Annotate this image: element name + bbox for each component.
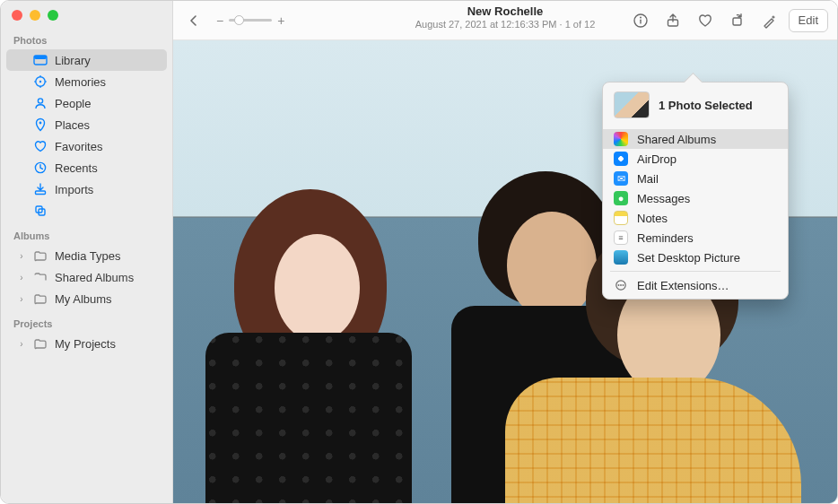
main-row: Photos Library Memories Pe <box>1 1 837 503</box>
share-option-label: Notes <box>637 212 668 225</box>
share-option-messages[interactable]: ● Messages <box>603 188 788 208</box>
sidebar-section-albums: Albums <box>1 222 172 245</box>
library-icon <box>33 53 48 67</box>
share-option-label: Reminders <box>637 231 694 245</box>
sidebar-item-favorites[interactable]: Favorites <box>6 135 167 157</box>
sidebar-item-label: Places <box>55 118 158 132</box>
chevron-right-icon[interactable]: › <box>17 251 26 261</box>
sidebar-item-label: Imports <box>55 183 158 196</box>
recents-icon <box>33 161 48 175</box>
share-options-list: Shared Albums AirDrop ✉ Mail ● Messag <box>603 127 788 299</box>
share-option-notes[interactable]: Notes <box>603 208 788 228</box>
sidebar-item-label: Library <box>55 54 158 67</box>
sidebar-item-media-types[interactable]: › Media Types <box>6 245 167 266</box>
photos-app-window: Photos Library Memories Pe <box>0 0 838 504</box>
airdrop-icon <box>614 152 628 166</box>
sidebar-item-label: Shared Albums <box>55 271 158 284</box>
notes-icon <box>614 211 628 225</box>
favorites-icon <box>33 139 48 153</box>
close-window-button[interactable] <box>12 10 22 21</box>
sidebar-item-label: My Albums <box>55 292 158 306</box>
sidebar-item-label: People <box>55 97 158 110</box>
share-option-label: Edit Extensions… <box>637 279 729 292</box>
sidebar-item-label: Favorites <box>55 140 158 153</box>
chevron-right-icon[interactable]: › <box>17 273 26 282</box>
mail-icon: ✉ <box>614 171 628 186</box>
sidebar-section-projects: Projects <box>1 309 172 333</box>
svg-point-20 <box>618 284 620 286</box>
share-option-label: Set Desktop Picture <box>637 251 740 265</box>
sidebar-item-recents[interactable]: Recents <box>6 157 167 178</box>
svg-rect-11 <box>36 191 46 195</box>
reminders-icon: ≡ <box>614 230 628 245</box>
sidebar-item-library[interactable]: Library <box>6 49 167 71</box>
edit-button[interactable]: Edit <box>789 9 828 32</box>
share-option-label: Messages <box>637 192 690 205</box>
extensions-icon <box>614 278 628 292</box>
zoom-slider-knob[interactable] <box>234 15 244 25</box>
people-icon <box>33 96 48 110</box>
sidebar-item-people[interactable]: People <box>6 92 167 114</box>
share-option-label: AirDrop <box>637 152 677 166</box>
sidebar-item-my-projects[interactable]: › My Projects <box>6 333 167 354</box>
folder-icon <box>33 248 48 263</box>
folder-icon <box>33 291 48 306</box>
back-button[interactable] <box>180 9 207 32</box>
toolbar: − + New Rochelle August 27, 2021 at 12:1… <box>173 1 837 40</box>
minimize-window-button[interactable] <box>30 10 40 21</box>
share-option-mail[interactable]: ✉ Mail <box>603 169 788 188</box>
zoom-out-button[interactable]: − <box>216 13 223 28</box>
sidebar-item-label: Recents <box>55 161 158 175</box>
share-option-edit-extensions[interactable]: Edit Extensions… <box>603 275 788 295</box>
zoom-in-button[interactable]: + <box>277 13 284 28</box>
rotate-button[interactable] <box>724 9 751 32</box>
sidebar-item-my-albums[interactable]: › My Albums <box>6 288 167 309</box>
duplicates-icon <box>33 204 48 218</box>
auto-enhance-button[interactable] <box>756 9 783 32</box>
content-area: − + New Rochelle August 27, 2021 at 12:1… <box>173 1 837 503</box>
sidebar-item-imports[interactable]: Imports <box>6 178 167 200</box>
zoom-slider[interactable] <box>229 19 272 22</box>
share-option-airdrop[interactable]: AirDrop <box>603 149 788 169</box>
svg-point-22 <box>623 284 624 286</box>
chevron-right-icon[interactable]: › <box>17 294 26 304</box>
svg-point-8 <box>38 99 42 103</box>
svg-point-9 <box>39 122 42 125</box>
imports-icon <box>33 182 48 196</box>
photo-viewport[interactable]: 1 Photo Selected Shared Albums AirDrop ✉ <box>173 40 837 503</box>
share-option-reminders[interactable]: ≡ Reminders <box>603 228 788 248</box>
window-controls <box>1 1 172 26</box>
chevron-right-icon[interactable]: › <box>17 339 26 349</box>
sidebar-item-duplicates[interactable] <box>6 200 167 222</box>
share-popover-header: 1 Photo Selected <box>603 83 788 127</box>
share-summary: 1 Photo Selected <box>659 99 753 112</box>
share-option-shared-albums[interactable]: Shared Albums <box>603 129 788 149</box>
favorite-button[interactable] <box>692 9 719 32</box>
desktop-icon <box>614 250 628 265</box>
sidebar-item-places[interactable]: Places <box>6 114 167 135</box>
sidebar: Photos Library Memories Pe <box>1 1 173 503</box>
sidebar-item-shared-albums[interactable]: › Shared Albums <box>6 266 167 288</box>
divider <box>610 271 781 272</box>
sidebar-item-label: My Projects <box>55 337 158 351</box>
svg-point-15 <box>640 16 642 18</box>
shared-albums-icon <box>614 132 628 146</box>
places-icon <box>33 117 48 132</box>
messages-icon: ● <box>614 191 628 205</box>
folder-icon <box>33 270 48 284</box>
info-button[interactable] <box>627 9 654 32</box>
share-thumbnail <box>614 91 650 118</box>
share-option-label: Mail <box>637 172 659 186</box>
sidebar-item-memories[interactable]: Memories <box>6 71 167 92</box>
svg-rect-1 <box>34 56 47 59</box>
zoom-window-button[interactable] <box>48 10 58 21</box>
share-option-set-desktop[interactable]: Set Desktop Picture <box>603 248 788 267</box>
share-button[interactable] <box>659 9 686 32</box>
memories-icon <box>33 74 48 89</box>
svg-rect-18 <box>733 18 741 25</box>
share-option-label: Shared Albums <box>637 133 716 146</box>
svg-rect-16 <box>640 19 641 23</box>
folder-icon <box>33 336 48 351</box>
sidebar-item-label: Media Types <box>55 249 158 263</box>
svg-point-3 <box>39 81 41 83</box>
